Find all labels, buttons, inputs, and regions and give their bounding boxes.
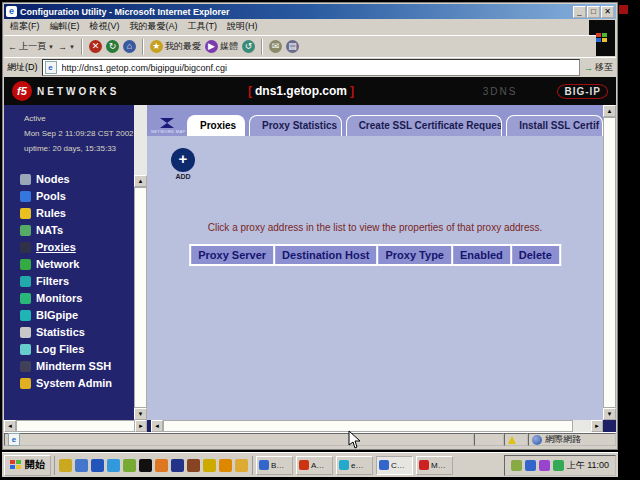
sidebar-item-monitors[interactable]: Monitors <box>20 290 134 307</box>
task-button[interactable]: B… <box>256 456 293 475</box>
scroll-thumb[interactable] <box>603 117 616 408</box>
favorites-icon: ★ <box>150 40 163 53</box>
quicklaunch-icon[interactable] <box>139 459 152 472</box>
tab-strip: NETWORK MAP Proxies Proxy Statistics Cre… <box>147 105 603 136</box>
forward-button[interactable]: → ▼ <box>58 42 75 52</box>
scroll-up-icon[interactable]: ▲ <box>603 105 616 117</box>
window-title: Configuration Utility - Microsoft Intern… <box>20 7 573 17</box>
go-button[interactable]: → 移至 <box>584 61 613 74</box>
main-vscrollbar[interactable]: ▲ ▼ <box>603 105 616 420</box>
task-button[interactable]: M… <box>416 456 453 475</box>
history-icon[interactable]: ↺ <box>242 40 255 53</box>
tab-proxies[interactable]: Proxies <box>187 115 245 136</box>
quicklaunch-icon[interactable] <box>235 459 248 472</box>
hostname: dns1.getop.com <box>252 84 350 98</box>
sidebar-item-statistics[interactable]: Statistics <box>20 324 134 341</box>
sidebar-hscrollbar[interactable]: ◄ ► <box>4 420 147 432</box>
close-button[interactable]: ✕ <box>601 6 614 18</box>
sidebar-item-nats[interactable]: NATs <box>20 222 134 239</box>
tab-proxy-statistics[interactable]: Proxy Statistics <box>249 115 342 136</box>
quicklaunch-icon[interactable] <box>171 459 184 472</box>
sidebar-item-log-files[interactable]: Log Files <box>20 341 134 358</box>
scroll-thumb[interactable] <box>134 187 147 408</box>
quicklaunch-icon[interactable] <box>107 459 120 472</box>
toolbar-separator <box>81 39 83 55</box>
scroll-left-icon[interactable]: ◄ <box>151 420 163 432</box>
sidebar-item-nodes[interactable]: Nodes <box>20 171 134 188</box>
back-button[interactable]: ← 上一頁 ▼ <box>8 40 54 53</box>
stop-icon[interactable]: ✕ <box>89 40 102 53</box>
menu-file[interactable]: 檔案(F) <box>10 20 40 33</box>
scroll-right-icon[interactable]: ► <box>591 420 603 432</box>
taskbar: 開始 B… A… e… C… <box>2 452 618 477</box>
menu-favorites[interactable]: 我的最愛(A) <box>130 20 178 33</box>
sidebar-item-mindterm-ssh[interactable]: Mindterm SSH <box>20 358 134 375</box>
task-app-icon <box>259 460 269 470</box>
print-icon[interactable]: ▤ <box>286 40 299 53</box>
menu-tools[interactable]: 工具(T) <box>188 20 218 33</box>
scroll-left-icon[interactable]: ◄ <box>4 420 16 432</box>
quicklaunch-icon[interactable] <box>75 459 88 472</box>
title-bar[interactable]: e Configuration Utility - Microsoft Inte… <box>4 4 616 19</box>
quicklaunch-icon[interactable] <box>187 459 200 472</box>
task-app-icon <box>419 460 429 470</box>
tray-icon[interactable] <box>553 460 564 471</box>
f5-logo-icon: f5 <box>12 81 32 101</box>
quicklaunch-icon[interactable] <box>203 459 216 472</box>
sidebar-item-rules[interactable]: Rules <box>20 205 134 222</box>
address-input-wrap: e <box>42 59 581 76</box>
maximize-button[interactable]: □ <box>587 6 600 18</box>
scroll-up-icon[interactable]: ▲ <box>134 175 147 187</box>
menu-edit[interactable]: 編輯(E) <box>50 20 80 33</box>
forward-dropdown-icon[interactable]: ▼ <box>69 44 75 50</box>
sidebar-item-filters[interactable]: Filters <box>20 273 134 290</box>
sidebar-vscrollbar[interactable]: ▲ ▼ <box>134 105 147 420</box>
sidebar-item-network[interactable]: Network <box>20 256 134 273</box>
tray-volume-icon[interactable] <box>511 460 522 471</box>
taskbar-clock[interactable]: 上午 11:00 <box>567 459 609 472</box>
tray-icon[interactable] <box>525 460 536 471</box>
quicklaunch-icon[interactable] <box>91 459 104 472</box>
statistics-icon <box>20 327 31 338</box>
refresh-icon[interactable]: ↻ <box>106 40 119 53</box>
quicklaunch-icon[interactable] <box>219 459 232 472</box>
toolbar-separator <box>142 39 144 55</box>
tray-icon[interactable] <box>539 460 550 471</box>
main-hscrollbar[interactable]: ◄ ► <box>151 420 603 432</box>
minimize-button[interactable]: _ <box>573 6 586 18</box>
nav-3dns[interactable]: 3DNS <box>483 86 518 97</box>
menu-help[interactable]: 說明(H) <box>227 20 258 33</box>
tab-create-ssl-certificate-request[interactable]: Create SSL Certificate Request <box>346 115 503 136</box>
sidebar-item-system-admin[interactable]: System Admin <box>20 375 134 392</box>
nav-bigip[interactable]: BIG-IP <box>557 84 608 99</box>
media-button[interactable]: ▶ 媒體 <box>205 40 238 53</box>
address-input[interactable] <box>60 62 578 74</box>
scroll-thumb[interactable] <box>163 420 573 432</box>
task-button[interactable]: A… <box>296 456 333 475</box>
scroll-thumb[interactable] <box>16 420 135 432</box>
sidebar-item-pools[interactable]: Pools <box>20 188 134 205</box>
start-button[interactable]: 開始 <box>4 455 51 476</box>
favorites-button[interactable]: ★ 我的最愛 <box>150 40 201 53</box>
network-map-button[interactable]: NETWORK MAP <box>147 118 187 134</box>
sidebar-item-proxies[interactable]: Proxies <box>20 239 134 256</box>
task-button[interactable]: e… <box>336 456 373 475</box>
add-button[interactable]: + ADD <box>171 148 195 180</box>
quicklaunch-icon[interactable] <box>59 459 72 472</box>
home-icon[interactable]: ⌂ <box>123 40 136 53</box>
nats-icon <box>20 225 31 236</box>
sidebar: Active Mon Sep 2 11:09:28 CST 2002 uptim… <box>4 105 134 420</box>
task-button-active[interactable]: C… <box>376 456 413 475</box>
col-proxy-type: Proxy Type <box>377 245 452 265</box>
back-dropdown-icon[interactable]: ▼ <box>48 44 54 50</box>
scroll-down-icon[interactable]: ▼ <box>134 408 147 420</box>
scroll-down-icon[interactable]: ▼ <box>603 408 616 420</box>
sidebar-item-bigpipe[interactable]: BIGpipe <box>20 307 134 324</box>
menu-view[interactable]: 檢視(V) <box>90 20 120 33</box>
mail-icon[interactable]: ✉ <box>269 40 282 53</box>
quicklaunch-icon[interactable] <box>123 459 136 472</box>
tab-install-ssl-certificate[interactable]: Install SSL Certif <box>506 115 603 136</box>
status-cell <box>474 433 504 446</box>
quicklaunch-icon[interactable] <box>155 459 168 472</box>
scroll-right-icon[interactable]: ► <box>135 420 147 432</box>
